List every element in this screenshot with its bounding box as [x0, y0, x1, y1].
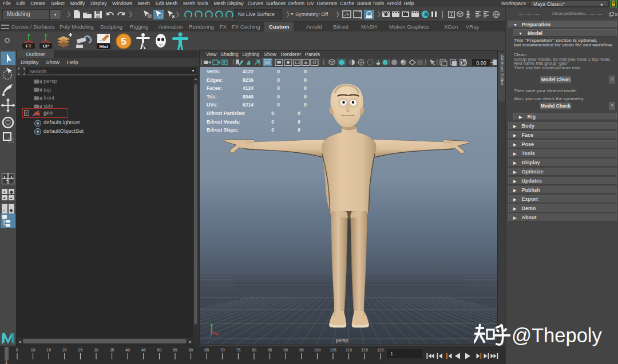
svg-text:50: 50 — [157, 348, 162, 352]
svg-text:FT: FT — [26, 43, 31, 49]
svg-text:65: 65 — [204, 348, 209, 352]
svg-text:0.00: 0.00 — [476, 60, 486, 66]
svg-text:95: 95 — [299, 348, 304, 352]
svg-text:5: 5 — [16, 348, 18, 352]
svg-text:120: 120 — [377, 348, 384, 352]
svg-text:110: 110 — [346, 348, 352, 352]
svg-text:75: 75 — [236, 348, 241, 352]
svg-text:5: 5 — [121, 36, 126, 47]
svg-text:20: 20 — [62, 348, 67, 352]
svg-text:80: 80 — [252, 348, 256, 352]
svg-text:+: + — [10, 196, 13, 201]
svg-text:+: + — [3, 196, 6, 201]
svg-text:90: 90 — [283, 348, 288, 352]
svg-text:15: 15 — [46, 348, 51, 352]
svg-text:Hist: Hist — [99, 44, 108, 49]
svg-text:115: 115 — [362, 348, 368, 352]
svg-text:25: 25 — [78, 348, 83, 352]
svg-text:◆: ◆ — [9, 189, 14, 195]
svg-text:10: 10 — [31, 348, 35, 352]
svg-text:z: z — [209, 335, 211, 338]
svg-text:100: 100 — [314, 348, 321, 352]
svg-text:◆: ◆ — [10, 208, 14, 213]
svg-text:45: 45 — [141, 348, 146, 352]
svg-text:+: + — [3, 189, 6, 195]
svg-text:60: 60 — [189, 348, 193, 352]
svg-text:70: 70 — [220, 348, 225, 352]
svg-text:55: 55 — [173, 348, 177, 352]
svg-text:85: 85 — [268, 348, 272, 352]
svg-text:CP: CP — [42, 43, 49, 49]
svg-text:30: 30 — [94, 348, 98, 352]
svg-text:1: 1 — [5, 361, 7, 364]
svg-text:-: - — [3, 207, 5, 213]
svg-text:105: 105 — [330, 348, 336, 352]
svg-text:40: 40 — [125, 348, 130, 352]
svg-text:35: 35 — [110, 348, 114, 352]
svg-text:@Thepoly: @Thepoly — [512, 325, 603, 346]
